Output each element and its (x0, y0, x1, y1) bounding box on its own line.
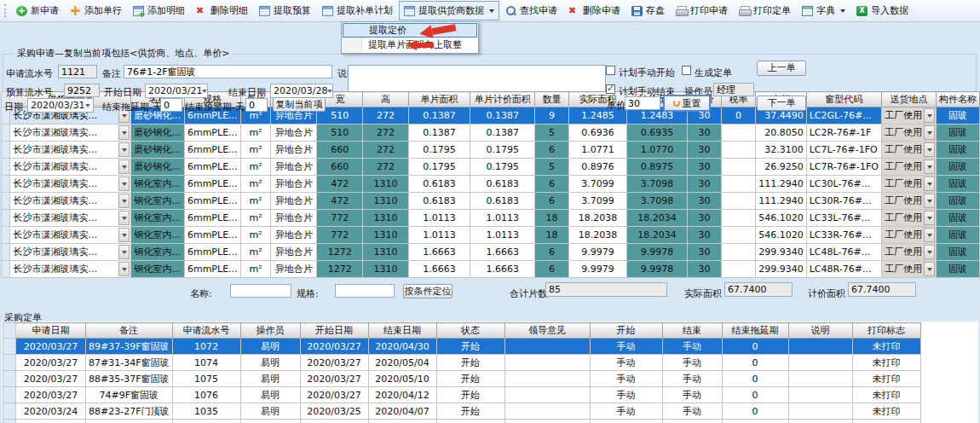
row-selector[interactable] (2, 142, 10, 159)
cell[interactable]: 1076 (172, 387, 240, 403)
cell[interactable]: 2020/03/27 (300, 371, 368, 387)
cell[interactable]: 固玻 (936, 227, 979, 244)
import-data-button[interactable]: 导入数据 (851, 1, 914, 20)
remark-field[interactable] (124, 65, 332, 78)
cell[interactable]: 0.1795 (408, 159, 470, 176)
cell[interactable]: 1310 (363, 210, 408, 227)
cell[interactable]: 87#31-34F窗固玻 (86, 355, 173, 371)
cell[interactable]: 长沙市潇湘玻璃实... (10, 261, 131, 278)
dropdown-arrow-icon[interactable] (118, 177, 130, 191)
cell[interactable] (722, 176, 756, 193)
cell[interactable]: 0 (722, 339, 788, 355)
cell[interactable]: 磨砂钢化... (131, 142, 185, 159)
cell[interactable]: 开始 (436, 355, 504, 371)
cell[interactable]: 26.9250 (755, 159, 806, 176)
cell[interactable]: 易明 (240, 355, 300, 371)
table-row[interactable]: 2020/03/2488#23-27F门顶玻1035易明2020/03/2520… (3, 403, 921, 420)
cell[interactable]: 固玻 (936, 142, 979, 159)
cell[interactable]: 1072 (172, 339, 240, 355)
cell[interactable]: 1310 (363, 261, 408, 278)
cell[interactable]: 30 (688, 125, 722, 142)
cell[interactable]: 钢化室内... (131, 244, 185, 261)
cell[interactable]: m² (240, 210, 271, 227)
cell[interactable]: 5 (535, 159, 569, 176)
cell[interactable]: 工厂使用 (881, 159, 936, 176)
unit-price-field[interactable] (625, 96, 660, 110)
cell[interactable]: 手动 (662, 371, 722, 387)
dropdown-arrow-icon[interactable] (924, 262, 935, 276)
cell[interactable]: 长沙市潇湘玻璃实... (10, 142, 131, 159)
cell[interactable]: 1074 (172, 355, 240, 371)
cell[interactable]: 磨砂钢化... (131, 159, 185, 176)
cell[interactable]: 6mmPLE... (184, 142, 240, 159)
cell[interactable] (722, 227, 756, 244)
cell[interactable] (504, 371, 590, 387)
cell[interactable]: 2020/03/25 (300, 403, 368, 420)
generate-order-checkbox[interactable] (682, 66, 691, 75)
cell[interactable]: 9.9979 (569, 244, 627, 261)
cell[interactable]: 0.1387 (470, 107, 535, 125)
cell[interactable]: 开始 (436, 403, 504, 420)
cell[interactable]: 1075 (172, 371, 240, 387)
cell[interactable]: 0.6183 (470, 176, 535, 193)
cell[interactable]: 固玻 (936, 210, 979, 227)
table-row[interactable]: 长沙市潇湘玻璃实...磨砂钢化...6mmPLE...m²异地合片6602720… (2, 142, 980, 159)
cell[interactable] (722, 193, 756, 210)
dropdown-arrow-icon[interactable] (924, 125, 935, 140)
cell[interactable]: 手动 (590, 339, 662, 355)
cell[interactable]: 手动 (590, 387, 662, 403)
cell[interactable]: 异地合片 (271, 193, 317, 210)
cell[interactable]: 0 (722, 403, 788, 420)
cell[interactable]: 易明 (240, 339, 300, 355)
row-selector[interactable] (2, 176, 10, 193)
cell[interactable]: LC30L-76#... (806, 176, 881, 193)
dropdown-arrow-icon[interactable] (118, 228, 130, 242)
cell[interactable] (722, 159, 756, 176)
cell[interactable]: 1.0113 (470, 210, 535, 227)
cell[interactable]: 2020/03/27 (300, 339, 368, 355)
cell[interactable]: 30 (688, 176, 722, 193)
cell[interactable]: 30 (688, 159, 722, 176)
cell[interactable]: 异地合片 (271, 210, 317, 227)
filter-spec-field[interactable] (335, 284, 395, 298)
cell[interactable]: 固玻 (936, 261, 979, 278)
cell[interactable]: 易明 (240, 387, 300, 403)
cell[interactable]: 272 (363, 159, 408, 176)
cell[interactable]: 手动 (662, 403, 722, 420)
cell[interactable]: 660 (317, 159, 363, 176)
cell[interactable]: 6mmPLE... (184, 193, 240, 210)
cell[interactable]: LC7R-76#-1FO (806, 159, 881, 176)
cell[interactable]: 18.2034 (626, 210, 687, 227)
dropdown-arrow-icon[interactable] (924, 142, 935, 157)
locate-by-condition-button[interactable]: 按条件定位 (403, 284, 453, 298)
cell[interactable]: 工厂使用 (881, 176, 936, 193)
cell[interactable]: 2020/05/10 (368, 371, 436, 387)
cell[interactable]: 30 (688, 193, 722, 210)
cell[interactable]: m² (240, 244, 271, 261)
cell[interactable]: LC48R-76#... (806, 261, 881, 278)
table-row[interactable]: 长沙市潇湘玻璃实...钢化室内...6mmPLE...m²异地合片1272131… (2, 261, 980, 278)
cell[interactable] (788, 355, 852, 371)
cell[interactable]: LC2R-76#-1F (806, 125, 881, 142)
cell[interactable]: 固玻 (936, 193, 979, 210)
table-row[interactable]: 长沙市潇湘玻璃实...钢化室内...6mmPLE...m²异地合片4721310… (2, 176, 980, 193)
cell[interactable] (504, 387, 590, 403)
cell[interactable]: 6 (535, 142, 569, 159)
search-request-button[interactable]: 查找申请 (500, 1, 562, 20)
cell[interactable]: 30 (688, 210, 722, 227)
cell[interactable]: 18 (535, 210, 569, 227)
cell[interactable]: 钢化室内... (131, 210, 185, 227)
cell[interactable]: 660 (317, 142, 363, 159)
cell[interactable]: 2020/03/27 (16, 371, 86, 387)
dropdown-arrow-icon[interactable] (924, 211, 935, 225)
delete-detail-button[interactable]: 删除明细 (191, 1, 253, 20)
cell[interactable]: 18.2038 (569, 210, 627, 227)
cell[interactable]: 0 (722, 107, 756, 125)
cell[interactable]: 固玻 (936, 176, 979, 193)
cell[interactable]: LC2GL-76#... (806, 107, 881, 125)
cell[interactable]: 2020/03/27 (300, 387, 368, 403)
row-selector[interactable] (3, 339, 16, 355)
cell[interactable]: 3.7099 (569, 193, 627, 210)
cell[interactable]: m² (240, 193, 271, 210)
cell[interactable]: m² (240, 176, 271, 193)
